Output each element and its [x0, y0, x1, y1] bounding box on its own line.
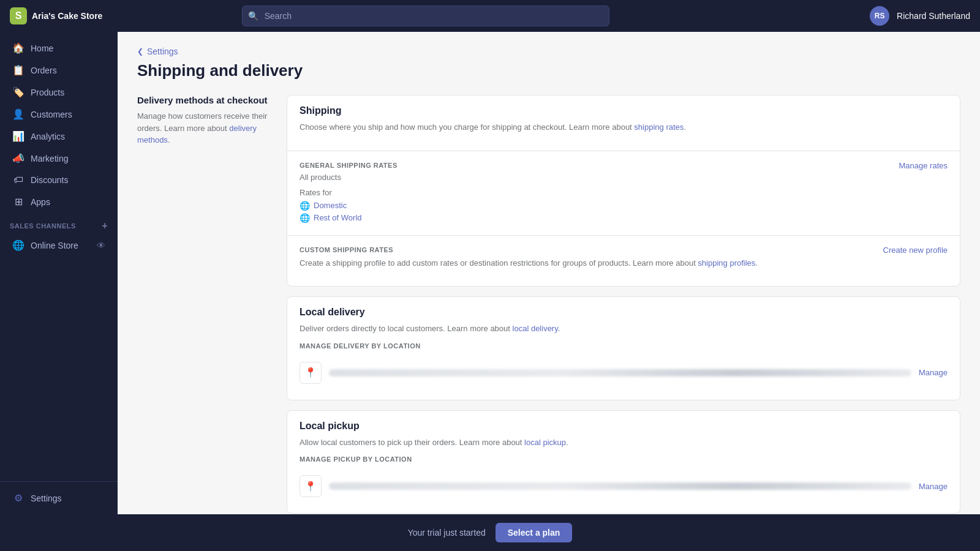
custom-rates-header: CUSTOM SHIPPING RATES Create new profile	[300, 246, 948, 255]
sidebar-label-products: Products	[31, 88, 64, 97]
discounts-icon: 🏷	[12, 174, 24, 186]
rate-domestic: 🌐 Domestic	[300, 201, 948, 211]
sales-channels-label: SALES CHANNELS	[10, 222, 76, 230]
general-rates-title: GENERAL SHIPPING RATES	[300, 162, 398, 169]
sidebar-item-products[interactable]: 🏷️ Products	[2, 81, 115, 103]
sidebar-label-settings: Settings	[31, 493, 62, 503]
top-navigation: S Aria's Cake Store 🔍 RS Richard Sutherl…	[0, 0, 980, 32]
all-products-label: All products	[300, 173, 948, 182]
delivery-right-panel: Shipping Choose where you ship and how m…	[287, 95, 960, 514]
sidebar-label-orders: Orders	[31, 66, 57, 75]
delivery-methods-title: Delivery methods at checkout	[137, 95, 272, 105]
sidebar-item-online-store[interactable]: 🌐 Online Store 👁	[2, 234, 115, 256]
delivery-methods-desc: Manage how customers receive their order…	[137, 110, 272, 146]
sidebar-label-online-store: Online Store	[31, 241, 78, 250]
main-layout: 🏠 Home 📋 Orders 🏷️ Products 👤 Customers …	[0, 32, 980, 514]
sidebar-item-home[interactable]: 🏠 Home	[2, 37, 115, 59]
general-shipping-rates-section: GENERAL SHIPPING RATES Manage rates All …	[287, 151, 960, 236]
local-pickup-heading: Local pickup	[300, 421, 948, 432]
trial-text: Your trial just started	[408, 528, 486, 538]
location-pin-icon: 📍	[300, 362, 322, 384]
home-icon: 🏠	[12, 42, 24, 54]
store-name: Aria's Cake Store	[32, 11, 102, 21]
rate-row-label: Rest of World	[314, 213, 362, 222]
shipping-desc: Choose where you ship and how much you c…	[300, 121, 948, 133]
brand-logo-area[interactable]: S Aria's Cake Store	[10, 7, 108, 24]
location-blurred-text	[329, 369, 911, 377]
search-bar[interactable]: 🔍	[242, 6, 609, 26]
local-delivery-manage-link[interactable]: Manage	[919, 368, 948, 377]
products-icon: 🏷️	[12, 86, 24, 98]
shipping-rates-link[interactable]: shipping rates	[634, 122, 684, 132]
sidebar-label-apps: Apps	[31, 197, 50, 207]
select-plan-button[interactable]: Select a plan	[496, 523, 573, 542]
local-pickup-card: Local pickup Allow local customers to pi…	[287, 410, 960, 514]
sidebar-bottom: ⚙ Settings	[0, 481, 118, 509]
sidebar-item-analytics[interactable]: 📊 Analytics	[2, 126, 115, 147]
sidebar-item-orders[interactable]: 📋 Orders	[2, 59, 115, 81]
manage-delivery-by-location-label: MANAGE DELIVERY BY LOCATION	[300, 342, 948, 350]
shipping-heading: Shipping	[300, 105, 948, 116]
sidebar-nav: 🏠 Home 📋 Orders 🏷️ Products 👤 Customers …	[0, 37, 118, 213]
local-pickup-section: Local pickup Allow local customers to pi…	[287, 411, 960, 514]
local-delivery-link[interactable]: local delivery	[513, 324, 558, 333]
custom-shipping-rates-section: CUSTOM SHIPPING RATES Create new profile…	[287, 236, 960, 287]
create-new-profile-link[interactable]: Create new profile	[883, 246, 948, 255]
manage-pickup-by-location-label: MANAGE PICKUP BY LOCATION	[300, 455, 948, 463]
globe-icon-domestic: 🌐	[300, 201, 310, 211]
sidebar-label-home: Home	[31, 43, 53, 53]
delivery-layout: Delivery methods at checkout Manage how …	[137, 95, 960, 514]
search-icon: 🔍	[248, 11, 258, 21]
globe-icon-row: 🌐	[300, 213, 310, 223]
online-store-visibility-icon[interactable]: 👁	[97, 241, 105, 250]
local-pickup-link[interactable]: local pickup	[524, 438, 566, 447]
local-pickup-manage-link[interactable]: Manage	[919, 482, 948, 491]
breadcrumb-chevron: ❮	[137, 47, 143, 56]
logo-symbol: S	[15, 10, 22, 21]
shipping-card: Shipping Choose where you ship and how m…	[287, 95, 960, 287]
add-sales-channel-button[interactable]: +	[102, 220, 108, 231]
delivery-left-panel: Delivery methods at checkout Manage how …	[137, 95, 272, 514]
breadcrumb[interactable]: ❮ Settings	[137, 47, 960, 56]
shipping-profiles-link[interactable]: shipping profiles	[698, 258, 755, 268]
sidebar-label-customers: Customers	[31, 110, 72, 119]
analytics-icon: 📊	[12, 130, 24, 142]
user-name: Richard Sutherland	[897, 11, 970, 21]
local-delivery-section: Local delivery Deliver orders directly t…	[287, 297, 960, 400]
shopify-logo: S	[10, 7, 27, 24]
sidebar: 🏠 Home 📋 Orders 🏷️ Products 👤 Customers …	[0, 32, 118, 514]
sidebar-item-marketing[interactable]: 📣 Marketing	[2, 148, 115, 169]
rate-rest-of-world: 🌐 Rest of World	[300, 213, 948, 223]
sidebar-label-discounts: Discounts	[31, 175, 68, 185]
sidebar-item-customers[interactable]: 👤 Customers	[2, 103, 115, 125]
pickup-location-blurred-text	[329, 482, 911, 490]
general-rates-header: GENERAL SHIPPING RATES Manage rates	[300, 161, 948, 170]
footer-trial-bar: Your trial just started Select a plan	[0, 514, 980, 551]
marketing-icon: 📣	[12, 152, 24, 164]
breadcrumb-parent[interactable]: Settings	[147, 47, 178, 56]
sales-channels-header: SALES CHANNELS +	[0, 213, 118, 234]
manage-rates-link[interactable]: Manage rates	[899, 161, 948, 170]
search-input[interactable]	[242, 6, 609, 26]
custom-shipping-desc: Create a shipping profile to add custom …	[300, 257, 948, 269]
online-store-icon: 🌐	[12, 239, 24, 251]
local-delivery-location-row: 📍 Manage	[300, 356, 948, 390]
avatar[interactable]: RS	[870, 6, 889, 26]
rates-for-label: Rates for	[300, 188, 948, 197]
shipping-intro-section: Shipping Choose where you ship and how m…	[287, 96, 960, 151]
sidebar-item-discounts[interactable]: 🏷 Discounts	[2, 170, 115, 190]
local-delivery-card: Local delivery Deliver orders directly t…	[287, 296, 960, 400]
main-content: ❮ Settings Shipping and delivery Deliver…	[118, 32, 980, 514]
sidebar-item-apps[interactable]: ⊞ Apps	[2, 191, 115, 212]
local-pickup-location-row: 📍 Manage	[300, 469, 948, 503]
settings-icon: ⚙	[12, 492, 24, 504]
local-pickup-desc: Allow local customers to pick up their o…	[300, 437, 948, 449]
pickup-location-pin-icon: 📍	[300, 475, 322, 497]
sidebar-item-settings[interactable]: ⚙ Settings	[2, 487, 115, 509]
local-delivery-desc: Deliver orders directly to local custome…	[300, 323, 948, 335]
local-delivery-heading: Local delivery	[300, 307, 948, 318]
page-title: Shipping and delivery	[137, 61, 960, 80]
sidebar-label-analytics: Analytics	[31, 132, 65, 141]
rate-domestic-label: Domestic	[314, 201, 347, 210]
orders-icon: 📋	[12, 64, 24, 76]
